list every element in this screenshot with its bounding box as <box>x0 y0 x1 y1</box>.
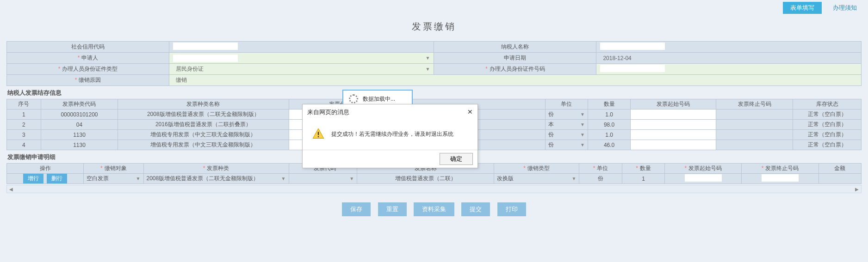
chevron-down-icon: ▼ <box>136 176 141 181</box>
footer-buttons: 保存 重置 资料采集 提交 打印 <box>0 193 868 225</box>
chevron-down-icon: ▼ <box>349 176 354 181</box>
form-table: 社会信用代码 纳税人名称 *申请人 ▼ 申请日期 2018-12-04 *办理人… <box>6 41 862 86</box>
ok-button[interactable]: 确定 <box>440 153 473 165</box>
cell-inv-name: 增值税普通发票（二联） <box>357 174 494 184</box>
warning-icon <box>312 128 325 140</box>
chevron-down-icon: ▼ <box>426 67 430 72</box>
svg-rect-0 <box>318 132 319 135</box>
chevron-down-icon: ▼ <box>426 55 430 61</box>
tab-notice[interactable]: 办理须知 <box>825 2 864 14</box>
value-taxpayer-name <box>596 42 862 53</box>
detail-row: 增行 删行 空白发票▼ 2008版增值税普通发票（二联无金额限制版）▼ ▼ 增值… <box>7 174 862 184</box>
loading-text: 数据加载中... <box>363 95 395 103</box>
chevron-down-icon: ▼ <box>281 176 286 181</box>
collect-button[interactable]: 资料采集 <box>414 202 454 216</box>
label-taxpayer-name: 纳税人名称 <box>434 42 596 53</box>
select-cx-type[interactable]: 改换版▼ <box>494 174 579 184</box>
horizontal-scrollbar[interactable]: ◀ ▶ <box>6 185 862 193</box>
close-icon[interactable]: ✕ <box>467 108 473 116</box>
select-agent-id-type[interactable]: 居民身份证▼ <box>169 64 434 75</box>
label-apply-date: 申请日期 <box>434 53 596 64</box>
input-qty[interactable]: 1 <box>622 174 664 184</box>
tab-form-fill[interactable]: 表单填写 <box>783 2 822 14</box>
label-credit-code: 社会信用代码 <box>7 42 169 53</box>
input-agent-id-no[interactable] <box>596 64 862 75</box>
select-target[interactable]: 空白发票▼ <box>84 174 143 184</box>
cell-unit: 份 <box>579 174 622 184</box>
dialog-title: 来自网页的消息 <box>307 108 349 116</box>
input-cancel-reason[interactable]: 缴销 <box>169 75 861 86</box>
cell-amount <box>818 174 861 184</box>
del-row-button[interactable]: 删行 <box>47 174 67 183</box>
label-agent-id-type: *办理人员身份证件类型 <box>7 64 169 75</box>
dialog-message: 提交成功！若无需继续办理业务，请及时退出系统 <box>331 130 453 138</box>
label-applicant: *申请人 <box>7 53 169 64</box>
input-end-no[interactable] <box>742 174 818 184</box>
print-button[interactable]: 打印 <box>497 202 526 216</box>
select-applicant[interactable]: ▼ <box>169 53 434 64</box>
select-inv-code[interactable]: ▼ <box>289 174 357 184</box>
scroll-left-icon[interactable]: ◀ <box>7 187 15 192</box>
message-dialog: 来自网页的消息 ✕ 提交成功！若无需继续办理业务，请及时退出系统 确定 <box>302 104 478 168</box>
value-apply-date: 2018-12-04 <box>596 53 862 64</box>
input-start-no[interactable] <box>665 174 742 184</box>
chevron-down-icon: ▼ <box>572 176 577 181</box>
add-row-button[interactable]: 增行 <box>23 174 43 183</box>
save-button[interactable]: 保存 <box>342 202 371 216</box>
spinner-icon <box>349 94 358 104</box>
scroll-right-icon[interactable]: ▶ <box>853 187 861 192</box>
submit-button[interactable]: 提交 <box>461 202 490 216</box>
page-title: 发票缴销 <box>0 16 868 41</box>
reset-button[interactable]: 重置 <box>378 202 407 216</box>
section-stock-title: 纳税人发票结存信息 <box>6 86 862 99</box>
svg-rect-1 <box>318 136 319 137</box>
value-credit-code <box>169 42 434 53</box>
label-agent-id-no: *办理人员身份证件号码 <box>434 64 596 75</box>
select-invoice-type[interactable]: 2008版增值税普通发票（二联无金额限制版）▼ <box>143 174 289 184</box>
label-cancel-reason: *缴销原因 <box>7 75 169 86</box>
